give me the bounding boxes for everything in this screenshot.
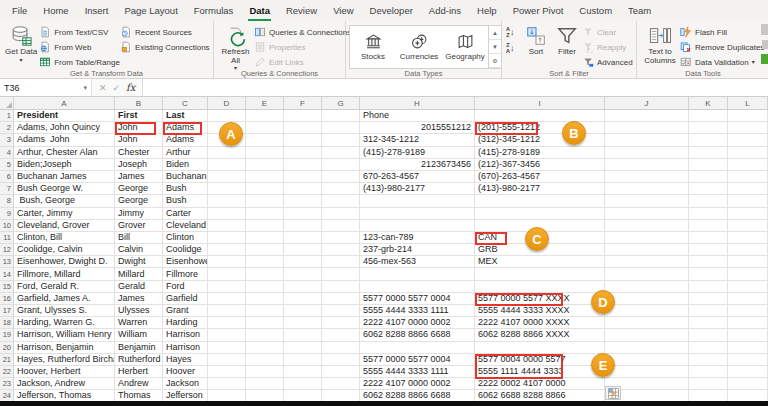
cell-L17[interactable]	[728, 305, 768, 317]
cell-C13[interactable]: Eisenhower	[163, 256, 208, 268]
cell-J21[interactable]	[605, 354, 689, 366]
cell-C5[interactable]: Biden	[163, 159, 208, 171]
cell-B20[interactable]: Benjamin	[115, 342, 163, 354]
reapply-filter-button[interactable]: Reapply	[583, 40, 633, 54]
sort-button[interactable]: Sort	[521, 23, 551, 57]
row-header-9[interactable]: 9	[0, 208, 14, 220]
cell-D12[interactable]	[208, 244, 246, 256]
column-header-J[interactable]: J	[605, 97, 689, 109]
cell-L14[interactable]	[728, 268, 768, 280]
gallery-more-button[interactable]: ⚙	[489, 54, 501, 68]
cell-A2[interactable]: Adams, John Quincy	[14, 122, 115, 134]
cell-I20[interactable]	[475, 342, 605, 354]
cell-H5[interactable]: 2123673456	[360, 159, 475, 171]
cell-K10[interactable]	[689, 220, 728, 232]
cell-G2[interactable]	[322, 122, 360, 134]
cell-G11[interactable]	[322, 232, 360, 244]
cell-K12[interactable]	[689, 244, 728, 256]
cell-A14[interactable]: Fillmore, Millard	[14, 268, 115, 280]
cell-I13[interactable]: MEX	[475, 256, 605, 268]
cell-K6[interactable]	[689, 171, 728, 183]
row-header-18[interactable]: 18	[0, 317, 14, 329]
cell-B13[interactable]: Dwight	[115, 256, 163, 268]
properties-button[interactable]: Properties	[254, 40, 342, 54]
cell-J3[interactable]	[605, 134, 689, 146]
existing-connections-button[interactable]: Existing Connections	[120, 40, 210, 54]
cell-C2[interactable]: Adams	[163, 122, 208, 134]
geography-button[interactable]: Geography	[442, 26, 488, 68]
insert-function-button[interactable]: fx	[126, 82, 135, 93]
cell-G8[interactable]	[322, 195, 360, 207]
column-header-C[interactable]: C	[163, 97, 208, 109]
cell-I8[interactable]	[475, 195, 605, 207]
cell-E14[interactable]	[246, 268, 284, 280]
cell-D6[interactable]	[208, 171, 246, 183]
cell-I11[interactable]: CAN	[475, 232, 605, 244]
flash-fill-options-button[interactable]	[605, 386, 621, 400]
from-web-button[interactable]: From Web	[39, 40, 120, 54]
get-data-button[interactable]: Get Data ▾	[3, 23, 39, 63]
cell-D8[interactable]	[208, 195, 246, 207]
cell-F11[interactable]	[284, 232, 322, 244]
cell-I3[interactable]: (312)-345-1212	[475, 134, 605, 146]
row-header-8[interactable]: 8	[0, 195, 14, 207]
cell-E21[interactable]	[246, 354, 284, 366]
cell-I10[interactable]	[475, 220, 605, 232]
tab-add-ins[interactable]: Add-ins	[421, 0, 469, 21]
cell-E18[interactable]	[246, 317, 284, 329]
cell-C8[interactable]: Bush	[163, 195, 208, 207]
tab-view[interactable]: View	[325, 0, 361, 21]
cell-C7[interactable]: Bush	[163, 183, 208, 195]
cell-E12[interactable]	[246, 244, 284, 256]
cell-G19[interactable]	[322, 329, 360, 341]
cell-B14[interactable]: Millard	[115, 268, 163, 280]
cell-K22[interactable]	[689, 366, 728, 378]
row-header-12[interactable]: 12	[0, 244, 14, 256]
cell-A7[interactable]: Bush George W.	[14, 183, 115, 195]
cell-G6[interactable]	[322, 171, 360, 183]
cell-H14[interactable]	[360, 268, 475, 280]
cell-K1[interactable]	[689, 110, 728, 122]
column-header-L[interactable]: L	[728, 97, 768, 109]
currencies-button[interactable]: Currencies	[396, 26, 442, 68]
cell-E11[interactable]	[246, 232, 284, 244]
cell-B9[interactable]: Jimmy	[115, 208, 163, 220]
cell-F21[interactable]	[284, 354, 322, 366]
cell-K8[interactable]	[689, 195, 728, 207]
tab-page-layout[interactable]: Page Layout	[116, 0, 185, 21]
cell-J10[interactable]	[605, 220, 689, 232]
cell-I16[interactable]: 5577 0000 5577 XXXX	[475, 293, 605, 305]
cell-D15[interactable]	[208, 281, 246, 293]
row-header-11[interactable]: 11	[0, 232, 14, 244]
remove-duplicates-button[interactable]: Remove Duplicates	[680, 40, 766, 54]
cell-B22[interactable]: Herbert	[115, 366, 163, 378]
cell-B7[interactable]: George	[115, 183, 163, 195]
cell-E1[interactable]	[246, 110, 284, 122]
from-table-range-button[interactable]: From Table/Range	[39, 55, 120, 69]
cell-D3[interactable]	[208, 134, 246, 146]
cell-B11[interactable]: Bill	[115, 232, 163, 244]
cell-K3[interactable]	[689, 134, 728, 146]
cell-L23[interactable]	[728, 378, 768, 390]
cell-E23[interactable]	[246, 378, 284, 390]
cell-F13[interactable]	[284, 256, 322, 268]
cell-K4[interactable]	[689, 147, 728, 159]
cell-H1[interactable]: Phone	[360, 110, 475, 122]
cell-J1[interactable]	[605, 110, 689, 122]
cell-C18[interactable]: Harding	[163, 317, 208, 329]
cell-D17[interactable]	[208, 305, 246, 317]
cell-G22[interactable]	[322, 366, 360, 378]
cell-E17[interactable]	[246, 305, 284, 317]
cell-K15[interactable]	[689, 281, 728, 293]
cell-G20[interactable]	[322, 342, 360, 354]
cell-J15[interactable]	[605, 281, 689, 293]
cell-K18[interactable]	[689, 317, 728, 329]
cell-H11[interactable]: 123-can-789	[360, 232, 475, 244]
cell-I9[interactable]	[475, 208, 605, 220]
row-header-3[interactable]: 3	[0, 134, 14, 146]
cell-C20[interactable]: Harrison	[163, 342, 208, 354]
data-validation-button[interactable]: Data Validation ▾	[680, 55, 766, 69]
cell-K14[interactable]	[689, 268, 728, 280]
cell-I19[interactable]: 6062 8288 8866 XXXX	[475, 329, 605, 341]
cell-F22[interactable]	[284, 366, 322, 378]
